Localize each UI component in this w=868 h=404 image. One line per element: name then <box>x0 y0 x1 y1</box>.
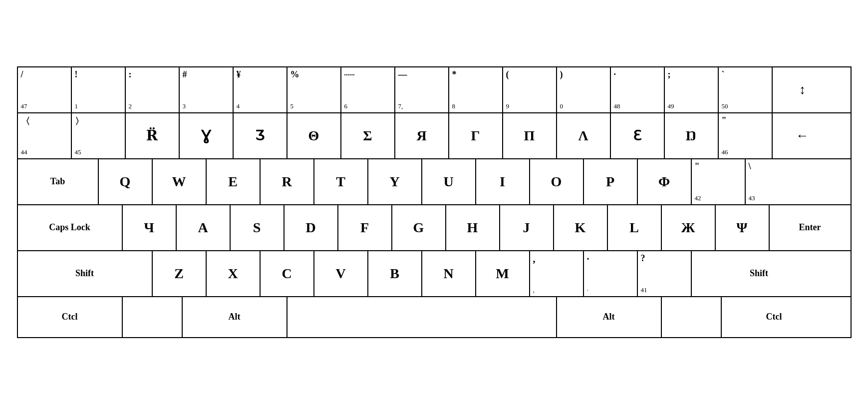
key-y[interactable]: Y <box>368 159 422 204</box>
key-k[interactable]: K <box>554 205 608 250</box>
key-o[interactable]: O <box>530 159 584 204</box>
win-left-key[interactable] <box>123 297 183 337</box>
key-m[interactable]: M <box>476 251 530 296</box>
key-j[interactable]: J <box>500 205 554 250</box>
key-b[interactable]: B <box>368 251 422 296</box>
key-ezh[interactable]: Ʒ <box>234 113 288 158</box>
key-sigma[interactable]: Σ <box>341 113 395 158</box>
key-42[interactable]: " 42 <box>692 159 746 204</box>
key-49[interactable]: ; 49 <box>665 67 719 112</box>
key-x[interactable]: X <box>207 251 261 296</box>
key-q[interactable]: Q <box>99 159 153 204</box>
backspace-key[interactable]: ↕ <box>773 67 833 112</box>
key-i[interactable]: I <box>476 159 530 204</box>
key-r-diaeresis[interactable]: R̈ <box>126 113 180 158</box>
key-phi[interactable]: Φ <box>638 159 692 204</box>
key-zhe[interactable]: Ж <box>662 205 716 250</box>
key-u[interactable]: U <box>422 159 476 204</box>
key-43[interactable]: \ 43 <box>746 159 800 204</box>
caps-row: Caps Lock Ч A S D F G H J K L <box>18 205 851 251</box>
caps-lock-key[interactable]: Caps Lock <box>18 205 123 250</box>
key-4[interactable]: ¥ 4 <box>234 67 288 112</box>
key-44[interactable]: 〈 44 <box>18 113 72 158</box>
key-d[interactable]: D <box>285 205 338 250</box>
alt-right-key[interactable]: Alt <box>557 297 662 337</box>
bottom-row: Ctcl Alt Alt Ctcl <box>18 297 851 337</box>
key-psi[interactable]: Ψ <box>716 205 770 250</box>
key-epsilon[interactable]: Ɛ <box>611 113 665 158</box>
shift-left-key[interactable]: Shift <box>18 251 153 296</box>
key-7[interactable]: — 7, <box>395 67 449 112</box>
key-f[interactable]: F <box>338 205 392 250</box>
key-9[interactable]: ( 9 <box>503 67 557 112</box>
key-che[interactable]: Ч <box>123 205 177 250</box>
key-z[interactable]: Z <box>153 251 207 296</box>
key-p[interactable]: P <box>584 159 638 204</box>
key-gamma-small[interactable]: Ɣ <box>180 113 234 158</box>
key-1[interactable]: ! 1 <box>72 67 126 112</box>
key-r[interactable]: R <box>261 159 314 204</box>
key-8[interactable]: * 8 <box>449 67 503 112</box>
key-eng[interactable]: Ŋ <box>665 113 719 158</box>
key-s[interactable]: S <box>231 205 285 250</box>
key-v[interactable]: V <box>314 251 368 296</box>
key-45[interactable]: 〉 45 <box>72 113 126 158</box>
ctrl-right-key[interactable]: Ctcl <box>722 297 827 337</box>
key-47[interactable]: / 47 <box>18 67 72 112</box>
key-0[interactable]: ) 0 <box>557 67 611 112</box>
delete-key[interactable]: ← <box>773 113 833 158</box>
key-3[interactable]: # 3 <box>180 67 234 112</box>
shift-right-key[interactable]: Shift <box>692 251 827 296</box>
keyboard: / 47 ! 1 : 2 # 3 ¥ 4 % 5 ...... 6 — 7, <box>17 66 852 338</box>
key-50[interactable]: ` 50 <box>719 67 773 112</box>
key-e[interactable]: E <box>207 159 261 204</box>
key-t[interactable]: T <box>314 159 368 204</box>
key-41[interactable]: ? 41 <box>638 251 692 296</box>
key-a[interactable]: A <box>177 205 231 250</box>
key-l[interactable]: L <box>608 205 662 250</box>
tab-row: Tab Q W E R T Y U I O P <box>18 159 851 205</box>
key-5[interactable]: % 5 <box>288 67 341 112</box>
key-theta[interactable]: Θ <box>288 113 341 158</box>
key-ya[interactable]: Я <box>395 113 449 158</box>
space-key[interactable] <box>288 297 557 337</box>
key-h[interactable]: H <box>446 205 500 250</box>
key-comma[interactable]: , , <box>530 251 584 296</box>
key-6[interactable]: ...... 6 <box>341 67 395 112</box>
ctrl-left-key[interactable]: Ctcl <box>18 297 123 337</box>
key-period[interactable]: · · <box>584 251 638 296</box>
key-48[interactable]: · 48 <box>611 67 665 112</box>
tab-key[interactable]: Tab <box>18 159 99 204</box>
key-pi[interactable]: Π <box>503 113 557 158</box>
shift-row: Shift Z X C V B N M , , · · <box>18 251 851 297</box>
win-right-key[interactable] <box>662 297 722 337</box>
symbol-row: 〈 44 〉 45 R̈ Ɣ Ʒ Θ Σ Я Γ Π Λ <box>18 113 851 159</box>
enter-key[interactable]: Enter <box>770 205 851 250</box>
key-46[interactable]: " 46 <box>719 113 773 158</box>
key-n[interactable]: N <box>422 251 476 296</box>
key-c[interactable]: C <box>261 251 314 296</box>
key-w[interactable]: W <box>153 159 207 204</box>
key-g[interactable]: G <box>392 205 446 250</box>
key-gamma[interactable]: Γ <box>449 113 503 158</box>
key-2[interactable]: : 2 <box>126 67 180 112</box>
key-lambda[interactable]: Λ <box>557 113 611 158</box>
alt-left-key[interactable]: Alt <box>183 297 288 337</box>
number-row: / 47 ! 1 : 2 # 3 ¥ 4 % 5 ...... 6 — 7, <box>18 67 851 113</box>
